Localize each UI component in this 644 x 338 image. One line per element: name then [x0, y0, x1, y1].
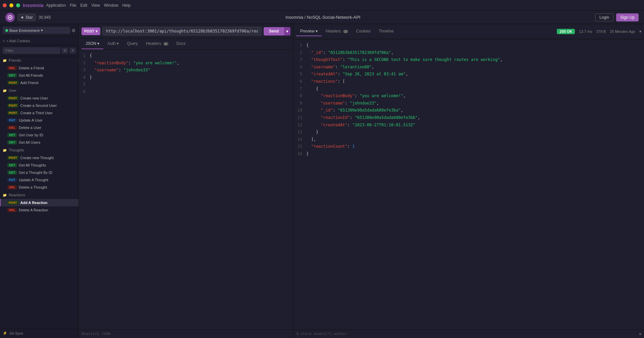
tab-preview[interactable]: Preview ▾ [296, 27, 322, 36]
git-sync[interactable]: ⚡ Git Sync [0, 328, 78, 338]
send-button[interactable]: Send [264, 27, 284, 36]
star-count: 30,945 [39, 15, 51, 20]
res-line-14: ], [306, 136, 641, 143]
method-badge-post: POST [7, 81, 18, 85]
environment-label: Base Environment [9, 28, 40, 32]
code-line-3: "username": "johndoe33" [90, 67, 290, 74]
res-line-2: "_id": "65128b3b8351702369fd706a", [306, 49, 641, 57]
add-cookies-button[interactable]: + + Add Cookies [0, 37, 78, 45]
request-tabs: JSON ▾ Auth ▾ Query Headers 2 Docs [79, 39, 293, 50]
folder-icon: 📁 [3, 193, 7, 197]
tab-auth[interactable]: Auth ▾ [103, 39, 123, 49]
tab-docs[interactable]: Docs [172, 39, 190, 49]
plus-icon: + [3, 39, 5, 43]
nav-item-add-friend[interactable]: POST Add Friend [0, 79, 78, 86]
login-button[interactable]: Login [595, 13, 613, 21]
send-button-group: Send ▾ [264, 27, 290, 36]
tab-query[interactable]: Query [123, 39, 142, 49]
nav-group-user: 📁 User POST Create new User POST Create … [0, 86, 78, 146]
nav-group-friends-header[interactable]: 📁 Friends [0, 56, 78, 64]
method-label: POST [84, 29, 94, 33]
tab-json[interactable]: JSON ▾ [82, 39, 103, 49]
response-header: Preview ▾ Headers 2 Cookies Timeline 200… [293, 24, 644, 39]
status-badge: 200 OK [557, 29, 575, 34]
nav-item-create-user[interactable]: POST Create new User [0, 94, 78, 102]
method-badge-post: POST [7, 201, 18, 205]
method-badge-post: POST [7, 104, 18, 108]
nav-group-user-label: User [9, 88, 16, 92]
res-line-15: "reactionCount": 1 [306, 143, 641, 150]
tab-response-headers[interactable]: Headers 2 [322, 27, 352, 36]
request-panel: POST ▾ Send ▾ JSON ▾ Auth ▾ Query Header… [79, 24, 293, 338]
nav-item-create-second-user[interactable]: POST Create a Second User [0, 102, 78, 109]
nav-group-friends-label: Friends [9, 58, 21, 62]
nav-item-delete-user[interactable]: DEL Delete a User [0, 124, 78, 131]
maximize-button[interactable] [16, 3, 20, 7]
response-panel: Preview ▾ Headers 2 Cookies Timeline 200… [293, 24, 644, 338]
top-nav-right: Login Sign Up [595, 13, 639, 21]
nav-item-delete-friend[interactable]: DEL Delete a Friend [0, 64, 78, 72]
response-footer: $.store.books[*].author ● [293, 329, 644, 338]
nav-item-get-thought-by-id[interactable]: GET Get a Thought By ID [0, 169, 78, 176]
folder-icon: 📁 [3, 148, 7, 152]
url-input[interactable] [102, 27, 262, 36]
method-badge-put: PUT [7, 118, 17, 122]
menu-file[interactable]: File [70, 3, 76, 8]
nav-group-reactions-header[interactable]: 📁 Reactions [0, 191, 78, 199]
method-selector[interactable]: POST ▾ [82, 27, 100, 35]
star-button[interactable]: ★ Star [17, 14, 36, 21]
request-code[interactable]: { "reactionBody": "you are welcome!", "u… [90, 52, 290, 96]
nav-group-reactions: 📁 Reactions POST Add A Reaction DEL Dele… [0, 191, 78, 214]
nav-item-update-user[interactable]: PUT Update A User [0, 117, 78, 124]
minimize-button[interactable] [9, 3, 13, 7]
nav-item-create-thought[interactable]: POST Create new Thought [0, 154, 78, 161]
nav-item-get-all-thoughts[interactable]: GET Get All Thoughts [0, 161, 78, 169]
menu-application[interactable]: Application [46, 3, 66, 8]
nav-item-get-all-friends[interactable]: GET Get All Friends [0, 72, 78, 79]
breadcrumb: Insomnia / NoSQL-Social-Network-API [285, 15, 360, 20]
nav-item-update-thought[interactable]: PUT Update A Thought [0, 176, 78, 184]
filter-add-button[interactable]: + [69, 48, 76, 54]
nav-group-thoughts-header[interactable]: 📁 Thoughts [0, 146, 78, 154]
response-tabs: Preview ▾ Headers 2 Cookies Timeline [296, 27, 398, 36]
response-size: 379 B [596, 29, 606, 33]
filter-input[interactable] [3, 47, 60, 54]
menu-bar: Application File Edit View Window Help [46, 3, 130, 8]
menu-window[interactable]: Window [104, 3, 118, 8]
nav-item-get-user-by-id[interactable]: GET Get User by ID [0, 131, 78, 139]
res-line-6: "reactions": [ [306, 78, 641, 85]
method-badge-get: GET [7, 163, 17, 167]
nav-item-create-third-user[interactable]: POST Create a Third User [0, 109, 78, 117]
tab-headers[interactable]: Headers 2 [142, 39, 172, 49]
res-line-10: "_id": "651380e90a5dada680efe3ba", [306, 107, 641, 114]
query-expression: $.store.books[*].author [296, 332, 347, 336]
signup-button[interactable]: Sign Up [616, 13, 639, 21]
settings-icon[interactable]: ⚙ [71, 28, 76, 33]
folder-icon: 📁 [3, 59, 7, 62]
send-dropdown-button[interactable]: ▾ [284, 27, 290, 36]
menu-edit[interactable]: Edit [80, 3, 88, 8]
tab-timeline[interactable]: Timeline [375, 27, 398, 36]
res-line-8: "reactionBody": "you are welcome!", [306, 92, 641, 100]
nav-item-delete-reaction[interactable]: DEL Delete A Reaction [0, 206, 78, 214]
request-footer[interactable]: Beautify JSON [79, 329, 293, 338]
filter-bar: ≡ + [0, 45, 78, 56]
nav-item-get-all-users[interactable]: GET Get All Users [0, 139, 78, 146]
res-line-16: } [306, 150, 641, 158]
nav-item-add-reaction[interactable]: POST Add A Reaction [0, 199, 78, 206]
menu-view[interactable]: View [91, 3, 100, 8]
close-button[interactable] [3, 3, 7, 7]
environment-selector[interactable]: Base Environment ▾ [3, 27, 70, 34]
nav-item-delete-thought[interactable]: DEL Delete a Thought [0, 184, 78, 191]
menu-help[interactable]: Help [122, 3, 131, 8]
res-headers-count-badge: 2 [343, 30, 348, 33]
title-bar-left: Insomnia Application File Edit View Wind… [3, 3, 130, 8]
request-body: 123456 { "reactionBody": "you are welcom… [79, 50, 293, 329]
method-badge-del: DEL [7, 185, 17, 189]
tab-cookies[interactable]: Cookies [352, 27, 375, 36]
chevron-down-icon: ▾ [117, 41, 119, 46]
method-badge-get: GET [7, 171, 17, 175]
nav-group-user-header[interactable]: 📁 User [0, 86, 78, 94]
method-badge-get: GET [7, 73, 17, 77]
filter-sort-button[interactable]: ≡ [62, 48, 68, 54]
